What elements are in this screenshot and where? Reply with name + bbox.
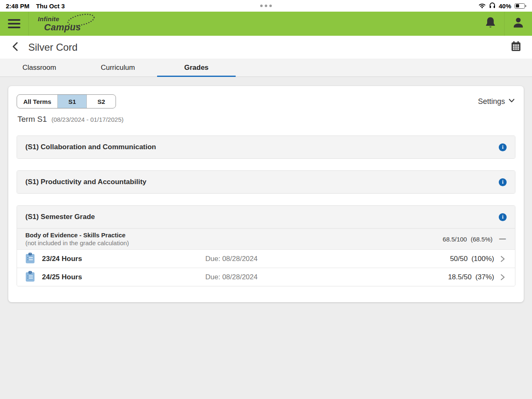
category-name: Body of Evidence - Skills Practice: [25, 232, 443, 239]
info-icon[interactable]: i: [499, 213, 507, 221]
grade-section-title: (S1) Productivity and Accountability: [25, 178, 146, 186]
category-percent: (68.5%): [470, 236, 493, 243]
status-time: 2:48 PM: [6, 2, 30, 10]
assignment-due-date: Due: 08/28/2024: [205, 255, 450, 263]
category-info: Body of Evidence - Skills Practice (not …: [25, 232, 443, 246]
settings-label: Settings: [478, 97, 505, 106]
hamburger-menu-button[interactable]: [0, 12, 28, 36]
grade-section-semester: (S1) Semester Grade i Body of Evidence -…: [17, 205, 515, 286]
info-icon[interactable]: i: [499, 178, 507, 186]
category-note: (not included in the grade calculation): [25, 239, 443, 246]
term-date-range: (08/23/2024 - 01/17/2025): [52, 116, 123, 123]
calendar-button[interactable]: [509, 40, 523, 54]
term-summary: Term S1 (08/23/2024 - 01/17/2025): [17, 115, 515, 124]
grade-section-title: (S1) Semester Grade: [25, 213, 95, 221]
tab-curriculum[interactable]: Curriculum: [79, 59, 157, 76]
status-bar: 2:48 PM Thu Oct 3 40%: [0, 0, 532, 12]
assignment-score: 50/50: [450, 255, 468, 263]
hamburger-menu-icon: [8, 19, 20, 21]
grade-section-header[interactable]: (S1) Semester Grade i: [17, 206, 515, 228]
category-score-group: 68.5/100 (68.5%) —: [443, 235, 507, 243]
tab-classroom[interactable]: Classroom: [0, 59, 79, 76]
assignment-name: 24/25 Hours: [42, 273, 82, 281]
clipboard-assignment-icon: [25, 271, 35, 283]
page-title: Silver Cord: [28, 42, 509, 53]
grade-section-title: (S1) Collaboration and Communication: [25, 143, 156, 151]
dash-icon: —: [498, 235, 507, 243]
wifi-icon: [478, 2, 486, 10]
app-header: Infinite Campus: [0, 12, 532, 36]
multitasking-dots-icon[interactable]: [260, 5, 272, 7]
category-row: Body of Evidence - Skills Practice (not …: [17, 228, 515, 249]
chevron-right-icon: [498, 255, 507, 263]
term-filter-s2[interactable]: S2: [86, 95, 116, 108]
status-bar-left: 2:48 PM Thu Oct 3: [6, 2, 65, 10]
status-bar-right: 40%: [478, 2, 526, 10]
term-filter-all-terms[interactable]: All Terms: [17, 95, 57, 108]
clipboard-assignment-icon: [25, 253, 35, 265]
headphones-icon: [489, 2, 495, 10]
tab-grades[interactable]: Grades: [157, 59, 236, 76]
grade-section-header[interactable]: (S1) Collaboration and Communication i: [17, 136, 515, 158]
user-menu-button[interactable]: [505, 12, 532, 36]
grade-section-collaboration: (S1) Collaboration and Communication i: [17, 135, 515, 159]
settings-dropdown[interactable]: Settings: [478, 97, 515, 106]
content-area: All Terms S1 S2 Settings Term S1 (08/23/…: [0, 77, 532, 399]
title-bar: Silver Cord: [0, 36, 532, 59]
battery-icon: [515, 3, 526, 9]
info-icon[interactable]: i: [499, 143, 507, 151]
tab-bar: Classroom Curriculum Grades: [0, 59, 532, 77]
grade-section-productivity: (S1) Productivity and Accountability i: [17, 170, 515, 194]
assignment-score: 18.5/50: [448, 273, 472, 281]
assignment-name: 23/24 Hours: [42, 255, 82, 263]
back-chevron-icon: [11, 41, 20, 54]
grades-toolbar: All Terms S1 S2 Settings: [17, 94, 515, 108]
assignment-percent: (37%): [475, 273, 494, 281]
assignment-due-date: Due: 08/28/2024: [205, 273, 448, 281]
category-score: 68.5/100: [443, 236, 467, 243]
grade-section-header[interactable]: (S1) Productivity and Accountability i: [17, 171, 515, 193]
term-filter-toggle: All Terms S1 S2: [17, 94, 116, 108]
chevron-down-icon: [508, 97, 515, 106]
header-divider: [28, 12, 29, 36]
chevron-right-icon: [498, 273, 507, 281]
back-button[interactable]: [9, 41, 22, 54]
status-date: Thu Oct 3: [36, 2, 65, 10]
assignment-row[interactable]: 24/25 Hours Due: 08/28/2024 18.5/50 (37%…: [17, 268, 515, 286]
infinite-campus-logo: Infinite Campus: [38, 14, 96, 33]
notification-bell-icon: [484, 16, 497, 31]
notifications-button[interactable]: [477, 12, 504, 36]
logo-text-infinite: Infinite: [38, 15, 59, 22]
logo-swoosh-icon: [63, 12, 98, 30]
assignment-row[interactable]: 23/24 Hours Due: 08/28/2024 50/50 (100%): [17, 249, 515, 268]
assignment-percent: (100%): [471, 255, 494, 263]
battery-percent: 40%: [499, 2, 511, 10]
user-person-icon: [512, 16, 525, 31]
grades-card: All Terms S1 S2 Settings Term S1 (08/23/…: [8, 86, 524, 302]
calendar-icon: [510, 41, 522, 54]
term-filter-s1[interactable]: S1: [57, 95, 86, 108]
term-heading: Term S1: [17, 115, 47, 124]
